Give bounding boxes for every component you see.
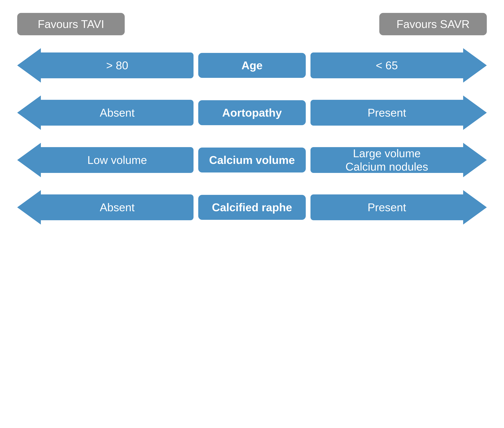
arrowhead-left-icon [17,96,41,130]
savr-badge: Favours SAVR [379,13,487,35]
right-value-age: < 65 [369,59,405,72]
arrowhead-right-icon [463,190,487,224]
arrow-right-age: < 65 [310,48,487,82]
arrow-left-calcium-volume: Low volume [17,143,194,177]
right-value-aortopathy: Present [361,106,412,119]
arrow-left-body-calcified-raphe: Absent [41,194,194,220]
center-label-calcified-raphe: Calcified raphe [198,195,306,220]
arrow-left-age: > 80 [17,48,194,82]
left-value-aortopathy: Absent [93,106,141,119]
arrowhead-left-icon [17,143,41,177]
arrow-right-body-calcified-raphe: Present [310,194,463,220]
arrowhead-right-icon [463,143,487,177]
arrowhead-left-icon [17,190,41,224]
arrow-right-calcified-raphe: Present [310,190,487,224]
rows-container: > 80Age< 65AbsentAortopathyPresentLow vo… [17,48,487,224]
left-value-calcium-volume: Low volume [81,154,153,166]
arrow-left-body-calcium-volume: Low volume [41,147,194,173]
arrow-right-body-calcium-volume: Large volumeCalcium nodules [310,147,463,173]
row-calcified-raphe: AbsentCalcified raphePresent [17,190,487,224]
row-age: > 80Age< 65 [17,48,487,82]
arrowhead-right-icon [463,96,487,130]
arrow-right-calcium-volume: Large volumeCalcium nodules [310,143,487,177]
arrow-left-aortopathy: Absent [17,96,194,130]
arrow-left-calcified-raphe: Absent [17,190,194,224]
left-value-age: > 80 [100,59,135,72]
arrowhead-left-icon [17,48,41,82]
arrow-left-body-age: > 80 [41,52,194,78]
row-calcium-volume: Low volumeCalcium volumeLarge volumeCalc… [17,143,487,177]
left-value-calcified-raphe: Absent [93,201,141,214]
arrow-right-body-age: < 65 [310,52,463,78]
arrowhead-right-icon [463,48,487,82]
row-aortopathy: AbsentAortopathyPresent [17,96,487,130]
arrow-left-body-aortopathy: Absent [41,100,194,126]
center-label-age: Age [198,53,306,78]
center-label-aortopathy: Aortopathy [198,100,306,125]
tavi-badge: Favours TAVI [17,13,125,35]
right-value-calcium-volume: Large volumeCalcium nodules [339,147,435,173]
center-label-calcium-volume: Calcium volume [198,148,306,173]
arrow-right-body-aortopathy: Present [310,100,463,126]
right-value-calcified-raphe: Present [361,201,412,214]
arrow-right-aortopathy: Present [310,96,487,130]
header-row: Favours TAVI Favours SAVR [17,13,487,35]
